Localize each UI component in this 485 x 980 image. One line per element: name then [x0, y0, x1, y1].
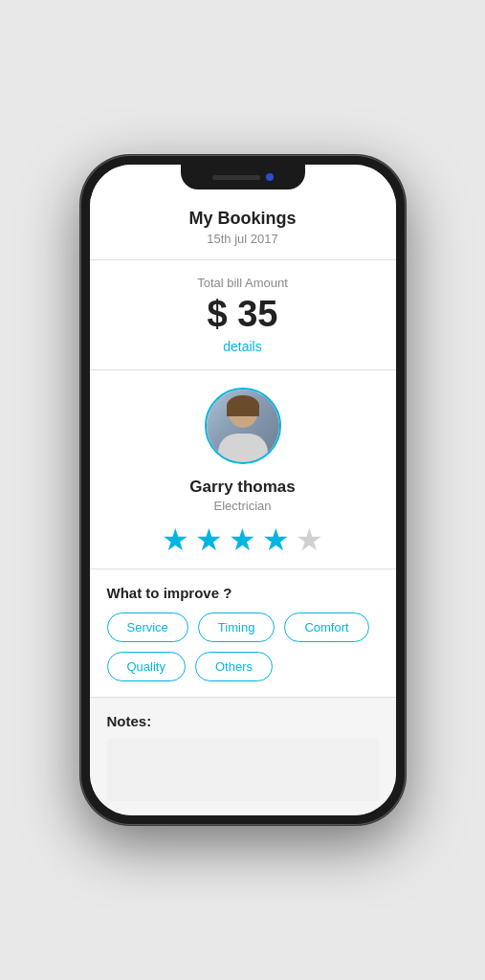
improve-section: What to improve ? Service Timing Comfort…: [90, 569, 396, 698]
avatar-image: [207, 390, 279, 462]
header-section: My Bookings 15th jul 2017: [90, 193, 396, 260]
tag-others[interactable]: Others: [195, 652, 273, 681]
bill-amount: $ 35: [109, 294, 377, 335]
avatar: [205, 388, 281, 464]
screen-content: My Bookings 15th jul 2017 Total bill Amo…: [90, 165, 396, 815]
details-link[interactable]: details: [109, 339, 377, 354]
speaker: [212, 175, 260, 180]
star-1[interactable]: ★: [162, 524, 189, 555]
phone-frame: My Bookings 15th jul 2017 Total bill Amo…: [80, 155, 406, 825]
camera: [266, 173, 274, 181]
tag-comfort[interactable]: Comfort: [284, 612, 368, 642]
phone-screen: My Bookings 15th jul 2017 Total bill Amo…: [90, 165, 396, 815]
bill-section: Total bill Amount $ 35 details: [90, 260, 396, 370]
star-2[interactable]: ★: [195, 524, 223, 555]
page-title: My Bookings: [109, 209, 377, 229]
provider-role: Electrician: [109, 499, 377, 513]
star-4[interactable]: ★: [262, 524, 290, 555]
booking-date: 15th jul 2017: [109, 232, 377, 246]
rating-stars: ★ ★ ★ ★ ★: [109, 524, 377, 555]
notes-section: Notes:: [90, 698, 396, 815]
tag-service[interactable]: Service: [107, 612, 188, 642]
bill-label: Total bill Amount: [109, 276, 377, 290]
tags-container: Service Timing Comfort Quality Others: [107, 612, 379, 681]
star-5[interactable]: ★: [296, 524, 323, 555]
provider-section: Garry thomas Electrician ★ ★ ★ ★ ★: [90, 370, 396, 569]
provider-name: Garry thomas: [109, 478, 377, 497]
notes-area[interactable]: [107, 739, 379, 801]
star-3[interactable]: ★: [229, 524, 256, 555]
notch: [181, 165, 305, 189]
tag-timing[interactable]: Timing: [198, 612, 276, 642]
tag-quality[interactable]: Quality: [107, 652, 186, 681]
improve-title: What to improve ?: [107, 585, 379, 601]
notes-title: Notes:: [107, 713, 379, 729]
avatar-hair: [227, 395, 259, 416]
